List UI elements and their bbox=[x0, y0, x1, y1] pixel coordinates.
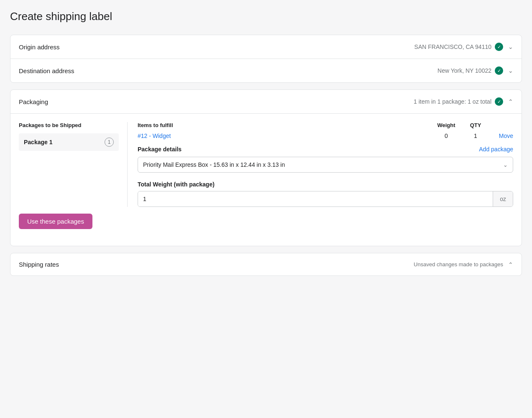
packaging-header[interactable]: Packaging 1 item in 1 package: 1 oz tota… bbox=[10, 90, 522, 114]
destination-verified-icon: ✓ bbox=[495, 66, 503, 75]
shipping-rates-label: Shipping rates bbox=[19, 261, 59, 268]
item-row: #12 - Widget 0 1 Move bbox=[138, 133, 513, 139]
packages-left: Packages to be Shipped Package 1 1 bbox=[19, 122, 128, 207]
item-weight-value: 0 bbox=[430, 133, 463, 139]
packages-column-header: Packages to be Shipped bbox=[19, 122, 119, 128]
weight-input[interactable] bbox=[138, 191, 493, 206]
destination-address-right: New York, NY 10022 ✓ ⌄ bbox=[437, 66, 513, 75]
shipping-rates-header-right: Unsaved changes made to packages ⌃ bbox=[414, 261, 513, 268]
shipping-rates-section: Shipping rates Unsaved changes made to p… bbox=[10, 253, 522, 276]
origin-address-right: SAN FRANCISCO, CA 94110 ✓ ⌄ bbox=[414, 43, 513, 51]
origin-address-label: Origin address bbox=[19, 43, 60, 51]
total-weight-section: Total Weight (with package) oz bbox=[138, 181, 513, 207]
weight-unit-label: oz bbox=[493, 191, 513, 206]
destination-address-row[interactable]: Destination address New York, NY 10022 ✓… bbox=[10, 59, 522, 82]
package-type-select[interactable]: Priority Mail Express Box - 15.63 in x 1… bbox=[138, 157, 513, 173]
shipping-rates-chevron-up-icon: ⌃ bbox=[508, 261, 513, 268]
packaging-section: Packaging 1 item in 1 package: 1 oz tota… bbox=[10, 89, 522, 246]
item-qty-value: 1 bbox=[463, 133, 488, 139]
origin-address-row[interactable]: Origin address SAN FRANCISCO, CA 94110 ✓… bbox=[10, 35, 522, 59]
item-move-link[interactable]: Move bbox=[488, 133, 513, 139]
origin-verified-icon: ✓ bbox=[495, 43, 503, 51]
packaging-summary: 1 item in 1 package: 1 oz total bbox=[414, 98, 491, 105]
packages-grid: Packages to be Shipped Package 1 1 Items… bbox=[19, 122, 513, 207]
items-col-qty-header: QTY bbox=[463, 122, 488, 128]
shipping-rates-header[interactable]: Shipping rates Unsaved changes made to p… bbox=[10, 253, 522, 275]
items-table-header: Items to fulfill Weight QTY bbox=[138, 122, 513, 128]
package-1-item[interactable]: Package 1 1 bbox=[19, 133, 119, 151]
add-package-link[interactable]: Add package bbox=[479, 146, 513, 153]
packages-right: Items to fulfill Weight QTY #12 - Widget… bbox=[128, 122, 513, 207]
page-title: Create shipping label bbox=[10, 10, 522, 23]
packaging-label: Packaging bbox=[19, 98, 48, 105]
package-details-label: Package details bbox=[138, 146, 182, 153]
items-col-weight-header: Weight bbox=[430, 122, 463, 128]
package-select-chevron-down-icon: ⌄ bbox=[503, 162, 508, 168]
item-name-link[interactable]: #12 - Widget bbox=[138, 133, 430, 139]
origin-address-value: SAN FRANCISCO, CA 94110 bbox=[414, 43, 491, 50]
package-details-header: Package details Add package bbox=[138, 146, 513, 153]
items-col-name-header: Items to fulfill bbox=[138, 122, 430, 128]
origin-chevron-down-icon: ⌄ bbox=[508, 43, 513, 50]
packaging-body: Packages to be Shipped Package 1 1 Items… bbox=[10, 114, 522, 246]
total-weight-label: Total Weight (with package) bbox=[138, 181, 513, 188]
package-type-value: Priority Mail Express Box - 15.63 in x 1… bbox=[143, 161, 285, 168]
packaging-chevron-up-icon: ⌃ bbox=[508, 98, 513, 105]
weight-input-row: oz bbox=[138, 191, 513, 207]
package-1-count: 1 bbox=[105, 138, 114, 147]
destination-address-value: New York, NY 10022 bbox=[437, 67, 491, 74]
package-details-section: Package details Add package Priority Mai… bbox=[138, 146, 513, 207]
packaging-verified-icon: ✓ bbox=[495, 97, 503, 106]
destination-chevron-down-icon: ⌄ bbox=[508, 67, 513, 74]
destination-address-label: Destination address bbox=[19, 67, 74, 74]
use-packages-button[interactable]: Use these packages bbox=[19, 214, 92, 229]
packaging-header-right: 1 item in 1 package: 1 oz total ✓ ⌃ bbox=[414, 97, 513, 106]
unsaved-changes-text: Unsaved changes made to packages bbox=[414, 261, 503, 268]
package-1-name: Package 1 bbox=[24, 139, 53, 145]
